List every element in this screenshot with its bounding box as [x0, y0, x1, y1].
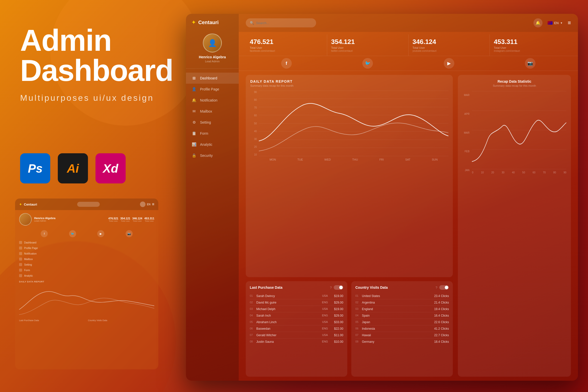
sidebar-item-form[interactable]: 📋 Form	[186, 128, 239, 139]
page-title: Admin Dashboard	[20, 25, 161, 85]
sidebar-item-security[interactable]: 🔒 Security	[186, 150, 239, 161]
stat-sub-2: twitter.com/centauri	[331, 50, 404, 52]
recap-subtitle: Summary data recap for this month	[462, 84, 566, 87]
table-row: 08 Justin Sauna ENG $10.00	[250, 338, 343, 345]
ps-icon: Ps	[20, 153, 50, 183]
last-purchase-card: Last Purchase Data ? 01 Sarah Dwincy USA	[246, 281, 347, 377]
avatar: 👤	[203, 33, 222, 53]
search-bar[interactable]: 🔍	[246, 18, 316, 27]
right-panel: Recap Data Statistic Summary data recap …	[458, 75, 571, 377]
bottom-tables-row: Last Purchase Data ? 01 Sarah Dwincy USA	[246, 281, 453, 377]
stat-label-2: Total User	[331, 46, 404, 49]
daily-chart-card: DAILY DATA REPORT Summary data recap for…	[246, 75, 453, 277]
stats-row: 476.521 Total User facebook.com/centauri…	[239, 32, 578, 56]
table-row: 04 Spain 16.4 Clicks	[355, 312, 449, 319]
table-row: 02 Argentina 21.4 Clicks	[355, 299, 449, 306]
table-row: 05 Abraham Linch USA $33.00	[250, 319, 343, 325]
stat-sub-1: facebook.com/centauri	[250, 50, 323, 52]
toggle-country[interactable]	[439, 285, 449, 290]
table-row: 06 Indonesia 41.2 Clicks	[355, 325, 449, 332]
chart-subtitle: Summary data recap for this month	[250, 84, 448, 87]
search-icon: 🔍	[250, 21, 254, 25]
sidebar-item-label: Analytic	[200, 142, 212, 146]
sidebar-item-label: Setting	[200, 120, 211, 124]
stat-number-4: 453.311	[494, 38, 567, 46]
main-dashboard: ✦ Centauri 👤 Henrico Algebra Lead Admin …	[186, 14, 578, 381]
stat-sub-3: youtube.com/centauri	[413, 50, 486, 52]
dashboard-preview-small: ✦ Centauri EN ≡ Henrico Algebra Lead Adm…	[15, 199, 158, 369]
sidebar-item-label: Dashboard	[200, 76, 217, 80]
social-instagram[interactable]: 📷	[490, 58, 571, 69]
sidebar-nav: ⊞ Dashboard 👤 Profile Page 🔔 Notificatio…	[186, 69, 239, 381]
header-bar: 🔍 🔔 EN ▼ ≡	[239, 14, 578, 32]
table-row: 07 Gerald Witcher USA $11.00	[250, 332, 343, 338]
social-twitter[interactable]: 🐦	[327, 58, 409, 69]
notification-icon: 🔔	[191, 98, 197, 103]
x-axis-labels: MONTUEWEDTHUFRISATSUN	[250, 158, 448, 161]
recap-title: Recap Data Statistic	[462, 79, 566, 83]
country-visits-title: Country Visits Data	[355, 285, 388, 289]
sidebar-item-label: Security	[200, 154, 213, 158]
notification-bell[interactable]: 🔔	[533, 18, 543, 27]
sidebar: ✦ Centauri 👤 Henrico Algebra Lead Admin …	[186, 14, 239, 381]
sidebar-item-label: Mailbox	[200, 109, 212, 113]
small-logo: Centauri	[24, 203, 37, 206]
table-row: 02 David Mc guire ENG $29.00	[250, 299, 343, 306]
user-role: Lead Admin	[205, 60, 220, 63]
search-input[interactable]	[256, 21, 312, 25]
setting-icon: ⚙	[191, 120, 197, 125]
sidebar-item-setting[interactable]: ⚙ Setting	[186, 117, 239, 128]
sidebar-item-label: Profile Page	[200, 87, 219, 91]
social-icons-row: f 🐦 ▶ 📷	[239, 56, 578, 71]
sidebar-item-dashboard[interactable]: ⊞ Dashboard	[186, 73, 239, 84]
social-youtube[interactable]: ▶	[408, 58, 490, 69]
stat-label-3: Total User	[413, 46, 486, 49]
xd-icon: Xd	[95, 153, 126, 183]
table-row: 03 England 19.4 Clicks	[355, 306, 449, 312]
main-content: 🔍 🔔 EN ▼ ≡ 476.521 Total User facebook.c…	[239, 14, 578, 381]
page-subtitle: Multipurposes ui/ux design	[20, 93, 161, 103]
sidebar-item-analytic[interactable]: 📊 Analytic	[186, 139, 239, 150]
stat-number-1: 476.521	[250, 38, 323, 46]
profile-icon: 👤	[191, 87, 197, 91]
form-icon: 📋	[191, 131, 197, 136]
stat-number-2: 354.121	[331, 38, 404, 46]
purchase-table: 01 Sarah Dwincy USA $19.00 02 David Mc g…	[250, 293, 343, 345]
stat-card-4: 453.311 Total User instagram.com/centaur…	[490, 34, 571, 56]
last-purchase-title: Last Purchase Data	[250, 285, 282, 289]
sidebar-item-mailbox[interactable]: ✉ Mailbox	[186, 106, 239, 117]
logo-star-icon: ✦	[191, 19, 196, 25]
security-icon: 🔒	[191, 153, 197, 158]
dashboard-icon: ⊞	[191, 76, 197, 80]
sidebar-item-notification[interactable]: 🔔 Notification	[186, 95, 239, 106]
content-panels: DAILY DATA REPORT Summary data recap for…	[239, 71, 578, 381]
stat-card-2: 354.121 Total User twitter.com/centauri	[327, 34, 409, 56]
toggle-purchase[interactable]	[334, 285, 343, 290]
recap-card: Recap Data Statistic Summary data recap …	[458, 75, 571, 377]
table-row: 03 Michael Delph USA $19.00	[250, 306, 343, 312]
stat-sub-4: instagram.com/centauri	[494, 50, 567, 52]
ai-icon: Ai	[58, 153, 88, 183]
sidebar-item-profile[interactable]: 👤 Profile Page	[186, 84, 239, 95]
social-facebook[interactable]: f	[246, 58, 327, 69]
country-table: 01 United States 23.4 Clicks 02 Argentin…	[355, 293, 449, 345]
sidebar-item-label: Notification	[200, 98, 217, 102]
table-row: 06 Baswedan ENG $22.00	[250, 325, 343, 332]
chart-title: DAILY DATA REPORT	[250, 79, 448, 83]
country-visits-card: Country Visits Data ? 01 United States 2…	[351, 281, 453, 377]
user-name: Henrico Algebra	[199, 55, 226, 59]
stat-number-3: 346.124	[413, 38, 486, 46]
user-profile-section: 👤 Henrico Algebra Lead Admin	[186, 29, 239, 69]
table-row: 07 Hawaii 22.7 Clicks	[355, 332, 449, 338]
mailbox-icon: ✉	[191, 109, 197, 114]
stat-label-1: Total User	[250, 46, 323, 49]
hamburger-menu[interactable]: ≡	[568, 20, 571, 26]
table-row: 08 Germany 18.4 Clicks	[355, 338, 449, 345]
table-row: 01 Sarah Dwincy USA $19.00	[250, 293, 343, 299]
question-icon: ?	[330, 286, 332, 289]
sidebar-logo: ✦ Centauri	[186, 14, 239, 29]
left-panel: DAILY DATA REPORT Summary data recap for…	[246, 75, 453, 377]
lang-selector[interactable]: EN ▼	[548, 21, 563, 25]
table-row: 01 United States 23.4 Clicks	[355, 293, 449, 299]
stat-card-3: 346.124 Total User youtube.com/centauri	[409, 34, 490, 56]
